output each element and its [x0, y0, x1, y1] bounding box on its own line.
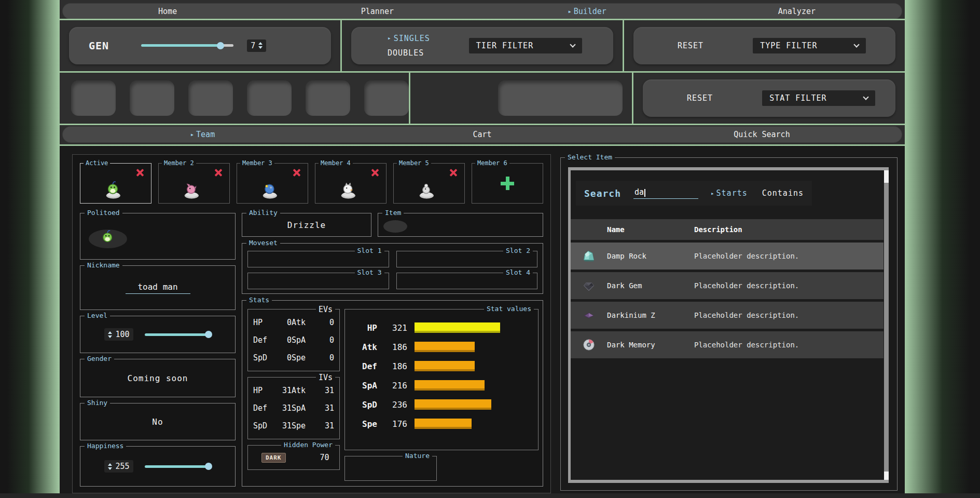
reset-type-button[interactable]: RESET [678, 41, 703, 50]
team-card-member-4[interactable]: Member 4 [315, 163, 387, 204]
ability-panel[interactable]: Ability Drizzle [242, 213, 371, 237]
remove-member-icon[interactable] [293, 169, 300, 177]
dark-gem-icon [571, 279, 607, 292]
type-filter-select[interactable]: TYPE FILTER [753, 38, 866, 53]
gen-slider-thumb[interactable] [217, 42, 224, 49]
pokemon-details-column: Politoed Nickname toad man Level [80, 213, 236, 487]
add-member-icon[interactable] [501, 177, 514, 190]
remove-member-icon[interactable] [136, 169, 144, 177]
level-slider-track[interactable] [145, 333, 211, 336]
stat-value: 186 [377, 342, 407, 352]
move-slot-2[interactable]: Slot 2 [396, 251, 538, 267]
level-input[interactable]: 100 [104, 328, 133, 341]
step-down-icon[interactable] [108, 335, 112, 338]
nature-panel[interactable]: Nature [344, 456, 437, 481]
stat-bar [415, 342, 475, 352]
match-mode-starts[interactable]: ▸Starts [711, 189, 748, 198]
empty-slot[interactable] [306, 80, 350, 116]
shiny-value[interactable]: No [152, 417, 163, 427]
step-up-icon[interactable] [108, 463, 112, 466]
step-up-icon[interactable] [108, 331, 112, 334]
tab-cart[interactable]: Cart [342, 130, 622, 139]
gen-number-input[interactable]: 7 [247, 39, 266, 52]
gen-panel: GEN 7 [69, 27, 331, 64]
nav-item-label: Planner [361, 7, 394, 16]
tier-filter-label: TIER FILTER [476, 41, 533, 50]
empty-slot[interactable] [364, 80, 409, 116]
right-glow-border [905, 0, 980, 498]
nav-item-analyzer[interactable]: Analyzer [692, 7, 902, 16]
step-down-icon[interactable] [258, 46, 263, 49]
happiness-stepper[interactable] [108, 463, 112, 470]
nav-item-builder[interactable]: ▸Builder [482, 7, 692, 16]
team-card-active[interactable]: Active [80, 163, 151, 204]
scrollbar-thumb[interactable] [884, 183, 889, 472]
empty-slot[interactable] [247, 80, 292, 116]
move-slot-label: Slot 4 [503, 268, 533, 276]
match-mode-contains[interactable]: Contains [762, 189, 804, 198]
nav-item-planner[interactable]: Planner [272, 7, 482, 16]
tab-team[interactable]: ▸Team [63, 130, 342, 139]
item-row-damp-rock[interactable]: Damp RockPlaceholder description. [571, 243, 884, 270]
page: HomePlanner▸BuilderAnalyzer GEN 7 [0, 0, 980, 498]
happiness-slider[interactable] [145, 463, 211, 470]
nav-item-home[interactable]: Home [63, 7, 272, 16]
ivs-panel[interactable]: IVs HP31Atk31Def31SpA31SpD31Spe31 [247, 377, 340, 439]
moveset-label: Moveset [246, 239, 280, 247]
type-filter-panel: RESET TYPE FILTER [633, 27, 895, 64]
gen-slider[interactable] [141, 42, 233, 49]
item-row-darkinium-z[interactable]: Darkinium ZPlaceholder description. [571, 302, 884, 329]
empty-slot-wide[interactable] [498, 80, 623, 116]
level-stepper[interactable] [108, 331, 112, 338]
stat-row-spe: Spe176 [354, 418, 533, 429]
politoed-sprite [98, 177, 128, 202]
reset-stat-button[interactable]: RESET [687, 93, 713, 103]
remove-member-icon[interactable] [214, 169, 222, 177]
wide-slot-cell [410, 73, 632, 124]
iv-value: 31 [316, 421, 334, 430]
level-slider-thumb[interactable] [205, 331, 212, 338]
happiness-slider-track[interactable] [145, 465, 211, 468]
stat-value: 216 [377, 381, 407, 391]
nickname-label: Nickname [85, 261, 122, 269]
empty-slot[interactable] [130, 80, 174, 116]
move-slot-1[interactable]: Slot 1 [247, 251, 389, 267]
white-pokemon-sprite [333, 177, 363, 202]
tab-quick-search[interactable]: Quick Search [622, 130, 902, 139]
remove-member-icon[interactable] [449, 169, 457, 177]
team-card-member-6[interactable]: Member 6 [472, 163, 543, 204]
stat-filter-select[interactable]: STAT FILTER [762, 90, 875, 106]
team-card-member-2[interactable]: Member 2 [158, 163, 230, 204]
evs-panel[interactable]: EVs HP0Atk0Def0SpA0SpD0Spe0 [247, 309, 340, 371]
move-slot-4[interactable]: Slot 4 [396, 273, 538, 289]
step-down-icon[interactable] [108, 467, 112, 470]
search-label: Search [584, 188, 621, 199]
empty-slot[interactable] [188, 80, 233, 116]
description-column-header: Description [694, 225, 884, 234]
item-row-dark-memory[interactable]: Dark MemoryPlaceholder description. [571, 331, 884, 358]
item-row-dark-gem[interactable]: Dark GemPlaceholder description. [571, 272, 884, 299]
move-slot-3[interactable]: Slot 3 [247, 273, 389, 289]
happiness-slider-thumb[interactable] [205, 463, 212, 470]
remove-member-icon[interactable] [371, 169, 379, 177]
mode-option-doubles[interactable]: DOUBLES [388, 48, 430, 58]
search-input[interactable]: da [633, 187, 698, 199]
tab-label: Team [196, 130, 215, 139]
vertical-scrollbar[interactable] [884, 170, 889, 480]
active-arrow-icon: ▸ [568, 8, 571, 15]
mode-option-singles[interactable]: ▸SINGLES [388, 34, 430, 43]
team-card-member-5[interactable]: Member 5 [393, 163, 465, 204]
empty-slot[interactable] [71, 80, 116, 116]
level-slider[interactable] [145, 331, 211, 338]
damp-rock-icon [571, 249, 607, 263]
moves-stats-column: Ability Drizzle Item Moveset Slot 1Slot … [242, 213, 543, 487]
team-card-member-3[interactable]: Member 3 [237, 163, 308, 204]
tier-filter-select[interactable]: TIER FILTER [469, 38, 582, 53]
gen-stepper[interactable] [258, 42, 263, 49]
nickname-input[interactable]: toad man [126, 282, 190, 294]
ev-stat-label: SpA [292, 335, 316, 345]
gender-label: Gender [85, 355, 114, 362]
step-up-icon[interactable] [258, 42, 263, 45]
happiness-input[interactable]: 255 [104, 460, 133, 473]
item-panel[interactable]: Item [378, 213, 543, 237]
